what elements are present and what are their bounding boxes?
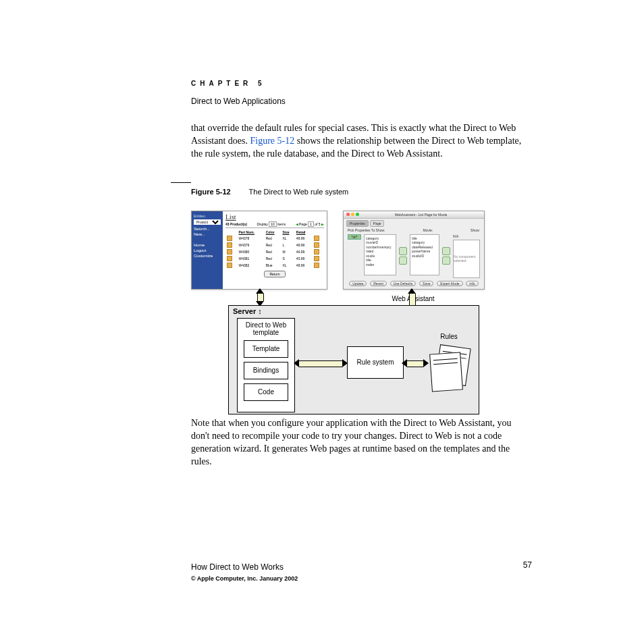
move-up-icon[interactable]: [442, 247, 450, 255]
save-button[interactable]: Save: [419, 281, 433, 286]
sidebar-item-logout[interactable]: Logout: [194, 248, 221, 252]
product-table: Part Num. Color Size Retail W4378RedXL48…: [225, 230, 324, 269]
page-label: Page: [299, 222, 307, 226]
cell: Red: [265, 255, 281, 262]
prev-page-icon[interactable]: ◀: [296, 222, 298, 226]
entities-label: Entities:: [194, 214, 221, 218]
template-box: Template: [244, 340, 288, 358]
browser-main: List 43 Product(s) Display 10 items ◀ Pa…: [223, 211, 327, 289]
selected-properties-list[interactable]: title category dateReleased posterName s…: [410, 234, 439, 275]
browser-window: Entities: Product Search... New... Home …: [191, 211, 327, 290]
figure-5-12: Entities: Product Search... New... Home …: [191, 211, 542, 417]
figure-crossref-link[interactable]: Figure 5-12: [250, 136, 295, 146]
cell: XL: [281, 235, 294, 242]
cell: 46.99: [295, 248, 313, 255]
edit-icon[interactable]: [227, 249, 232, 254]
col-partnum[interactable]: Part Num.: [237, 230, 264, 235]
remove-arrow-icon[interactable]: [399, 257, 407, 265]
next-page-icon[interactable]: ▶: [321, 222, 324, 226]
component-preview: No component selected: [453, 240, 480, 278]
cell: W4381: [237, 255, 264, 262]
delete-icon[interactable]: [314, 256, 319, 261]
use-defaults-button[interactable]: Use Defaults: [390, 281, 417, 286]
display-value[interactable]: 10: [269, 221, 277, 227]
col-size[interactable]: Size: [281, 230, 294, 235]
cell: W4378: [237, 235, 264, 242]
close-icon[interactable]: [346, 213, 350, 216]
sidebar-item-home[interactable]: Home: [194, 243, 221, 247]
table-header: Part Num. Color Size Retail: [225, 230, 324, 235]
table-row: W4382BlueXL48.99: [225, 262, 324, 269]
bindings-box: Bindings: [244, 362, 288, 379]
assistant-titlebar: WebAssistant - List Page for Movie: [344, 211, 484, 219]
assistant-title: WebAssistant - List Page for Movie: [360, 213, 481, 217]
list-item[interactable]: trailer: [366, 263, 394, 267]
browser-sidebar: Entities: Product Search... New... Home …: [192, 211, 223, 289]
page-value[interactable]: 1: [308, 221, 314, 227]
delete-icon[interactable]: [314, 249, 319, 254]
server-label: Server ↕: [233, 307, 262, 315]
move-down-icon[interactable]: [442, 257, 450, 265]
delete-icon[interactable]: [314, 263, 319, 268]
assistant-tabs: Properties Page: [344, 219, 484, 228]
cell: W4380: [237, 248, 264, 255]
table-row: W4381RedS45.99: [225, 255, 324, 262]
product-count: 43 Product(s): [225, 222, 247, 226]
d2w-title-b: template: [253, 329, 279, 336]
available-properties-list[interactable]: category movieID numberInventory rated s…: [364, 234, 396, 275]
table-row: W4378RedXL48.99: [225, 235, 324, 242]
sidebar-item-new[interactable]: New...: [194, 232, 221, 236]
rules-card: Rules: [428, 333, 470, 394]
cell: Red: [265, 235, 281, 242]
sidebar-item-customize[interactable]: Customize: [194, 254, 221, 258]
code-box: Code: [244, 383, 288, 401]
cell: 48.99: [295, 242, 313, 248]
add-arrow-icon[interactable]: [399, 247, 407, 255]
table-row: W4379RedL48.99: [225, 242, 324, 248]
cell: 48.99: [295, 262, 313, 269]
rules-scroll-icon: [429, 352, 463, 392]
expert-mode-button[interactable]: Expert Mode: [437, 281, 462, 286]
server-box: Server ↕ Direct to Web template Template…: [228, 305, 479, 414]
figure-caption-row: Figure 5-12 The Direct to Web rule syste…: [191, 188, 532, 196]
d2w-template-box: Direct to Web template Template Bindings…: [237, 318, 295, 412]
assistant-footer: Update Revert Use Defaults Save Expert M…: [344, 279, 484, 288]
paragraph-2: Note that when you configure your applic…: [191, 417, 532, 468]
all-toggle[interactable]: *all*: [348, 234, 361, 240]
page-of: of 5: [315, 222, 320, 226]
cell: Red: [265, 242, 281, 248]
list-toolbar: 43 Product(s) Display 10 items ◀ Page 1 …: [225, 221, 324, 228]
list-title: List: [225, 213, 324, 221]
delete-icon[interactable]: [314, 236, 319, 241]
col-color[interactable]: Color: [265, 230, 281, 235]
sidebar-item-search[interactable]: Search...: [194, 227, 221, 231]
edit-icon[interactable]: [227, 242, 232, 248]
table-row: W4380RedM46.99: [225, 248, 324, 255]
cell: 48.99: [295, 235, 313, 242]
tab-page[interactable]: Page: [370, 220, 385, 227]
cell: 45.99: [295, 255, 313, 262]
edit-icon[interactable]: [227, 263, 232, 268]
edit-icon[interactable]: [227, 256, 232, 261]
assistant-body: *all* category movieID numberInventory r…: [344, 232, 484, 280]
margin-rule: [171, 182, 191, 183]
tab-properties[interactable]: Properties: [346, 220, 369, 227]
entity-select[interactable]: Product: [194, 219, 221, 225]
revert-button[interactable]: Revert: [370, 281, 387, 286]
edit-icon[interactable]: [227, 236, 232, 241]
info-button[interactable]: Info: [466, 281, 478, 286]
return-button[interactable]: Return: [264, 271, 285, 277]
cell: XL: [281, 262, 294, 269]
cell: S: [281, 255, 294, 262]
minimize-icon[interactable]: [351, 213, 354, 216]
web-assistant-window: WebAssistant - List Page for Movie Prope…: [343, 211, 485, 290]
cell: W4382: [237, 262, 264, 269]
zoom-icon[interactable]: [356, 213, 359, 216]
list-item[interactable]: studioID: [412, 254, 437, 259]
page-number: 57: [523, 560, 532, 570]
display-label: Display: [257, 222, 267, 226]
update-button[interactable]: Update: [349, 281, 367, 286]
col-retail[interactable]: Retail: [295, 230, 313, 235]
delete-icon[interactable]: [314, 242, 319, 248]
d2w-title-a: Direct to Web: [246, 321, 286, 329]
